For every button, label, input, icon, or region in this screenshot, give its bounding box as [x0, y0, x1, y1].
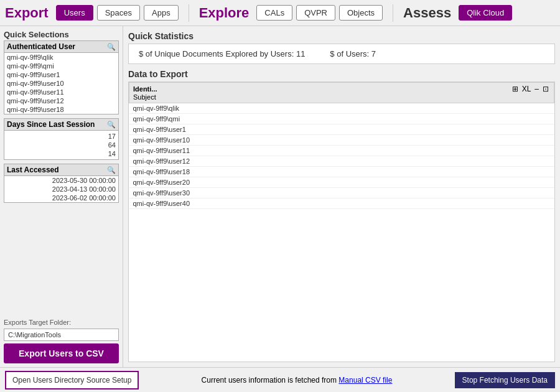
export-folder-input[interactable]: [4, 329, 119, 341]
cals-nav-btn[interactable]: CALs: [256, 5, 292, 21]
main-content: Quick Selections Authenticated User 🔍 qm…: [0, 26, 560, 367]
explore-nav: CALs QVPR Objects: [256, 5, 383, 21]
authenticated-user-listbox: Authenticated User 🔍 qmi-qv-9ff9\qlikqmi…: [4, 40, 119, 114]
table-col-identity: Identi... ⊞ XL – ⊡ Subject: [129, 83, 554, 103]
list-item[interactable]: 64: [108, 141, 116, 149]
table-row[interactable]: qmi-qv-9ff9\user1: [129, 124, 554, 135]
data-export-title: Data to Export: [128, 69, 555, 79]
list-item[interactable]: qmi-qv-9ff9\qmi: [4, 62, 118, 70]
assess-label: Assess: [403, 5, 451, 21]
objects-nav-btn[interactable]: Objects: [339, 5, 383, 21]
open-users-directory-button[interactable]: Open Users Directory Source Setup: [5, 371, 139, 390]
quick-stats-section: Quick Statistics $ of Unique Documents E…: [128, 31, 555, 64]
days-listbox: Days Since Last Session 🔍 176414: [4, 118, 119, 160]
last-accessed-label: Last Accessed: [7, 166, 59, 174]
right-panel: Quick Statistics $ of Unique Documents E…: [123, 26, 560, 367]
list-item[interactable]: 2023-04-13 00:00:00: [4, 185, 118, 194]
col-subject-label: Subject: [133, 93, 550, 101]
sep1: [189, 4, 189, 22]
col-expand-icon[interactable]: ⊡: [541, 85, 550, 93]
app-header: Export Users Spaces Apps Explore CALs QV…: [0, 0, 560, 26]
footer: Open Users Directory Source Setup Curren…: [0, 367, 560, 392]
last-accessed-search-icon[interactable]: 🔍: [107, 166, 116, 174]
list-item[interactable]: 2023-05-30 00:00:00: [4, 176, 118, 185]
apps-nav-btn[interactable]: Apps: [144, 5, 179, 21]
list-item[interactable]: 2023-06-02 00:00:00: [4, 194, 118, 202]
stat-users: $ of Users: 7: [330, 49, 376, 58]
footer-info: Current users information is fetched fro…: [202, 376, 393, 385]
listbox-header-auth-user: Authenticated User 🔍: [4, 41, 118, 53]
table-row[interactable]: qmi-qv-9ff9\user18: [129, 167, 554, 177]
assess-nav: Qlik Cloud: [459, 5, 512, 21]
days-label: Days Since Last Session: [7, 120, 95, 129]
data-table-container: Identi... ⊞ XL – ⊡ Subject: [128, 82, 555, 362]
list-item[interactable]: qmi-qv-9ff9\user18: [4, 105, 118, 114]
days-items: 176414: [4, 131, 118, 159]
last-accessed-listbox: Last Accessed 🔍 2023-05-30 00:00:002023-…: [4, 164, 119, 203]
qvpr-nav-btn[interactable]: QVPR: [296, 5, 335, 21]
list-item[interactable]: qmi-qv-9ff9\user11: [4, 88, 118, 96]
data-export-section: Data to Export Identi... ⊞ XL –: [128, 69, 555, 362]
last-accessed-list: 2023-05-30 00:00:002023-04-13 00:00:0020…: [4, 176, 118, 202]
list-item[interactable]: 17: [108, 132, 116, 141]
table-header-row: Identi... ⊞ XL – ⊡ Subject: [129, 83, 554, 103]
manual-csv-link[interactable]: Manual CSV file: [338, 376, 392, 385]
auth-user-label: Authenticated User: [7, 42, 75, 51]
stat-unique-docs: $ of Unique Documents Explored by Users:…: [139, 49, 305, 58]
exports-target-label: Exports Target Folder:: [4, 319, 119, 326]
col-minus-icon[interactable]: –: [533, 85, 540, 93]
export-nav: Users Spaces Apps: [56, 5, 179, 21]
table-row[interactable]: qmi-qv-9ff9\user12: [129, 156, 554, 167]
quick-stats-box: $ of Unique Documents Explored by Users:…: [128, 44, 555, 64]
export-csv-button[interactable]: Export Users to CSV: [4, 343, 119, 363]
table-row[interactable]: qmi-qv-9ff9\user30: [129, 188, 554, 198]
days-search-icon[interactable]: 🔍: [107, 121, 116, 129]
col-identity-label: Identi...: [133, 85, 157, 93]
list-item[interactable]: qmi-qv-9ff9\qlik: [4, 53, 118, 62]
table-row[interactable]: qmi-qv-9ff9\user10: [129, 135, 554, 146]
auth-user-list: qmi-qv-9ff9\qlikqmi-qv-9ff9\qmiqmi-qv-9f…: [4, 53, 118, 114]
last-accessed-header: Last Accessed 🔍: [4, 164, 118, 176]
export-section: Exports Target Folder: Export Users to C…: [4, 319, 119, 363]
table-row[interactable]: qmi-qv-9ff9\qlik: [129, 103, 554, 114]
sep2: [393, 4, 393, 22]
stop-fetching-button[interactable]: Stop Fetching Users Data: [455, 372, 555, 388]
left-panel: Quick Selections Authenticated User 🔍 qm…: [0, 26, 123, 367]
quick-stats-title: Quick Statistics: [128, 31, 555, 41]
export-label: Export: [5, 5, 49, 21]
data-table-body: qmi-qv-9ff9\qlikqmi-qv-9ff9\qmiqmi-qv-9f…: [129, 103, 554, 209]
quick-selections-title: Quick Selections: [4, 30, 119, 39]
col-copy-icon[interactable]: ⊞: [511, 85, 520, 93]
spaces-nav-btn[interactable]: Spaces: [97, 5, 140, 21]
list-item[interactable]: 14: [108, 149, 116, 158]
list-item[interactable]: qmi-qv-9ff9\user10: [4, 79, 118, 88]
users-nav-btn[interactable]: Users: [56, 5, 93, 21]
list-item[interactable]: qmi-qv-9ff9\user12: [4, 96, 118, 105]
table-row[interactable]: qmi-qv-9ff9\user40: [129, 198, 554, 209]
col-xl-icon[interactable]: XL: [521, 85, 533, 93]
quick-selections-section: Quick Selections Authenticated User 🔍 qm…: [4, 30, 119, 114]
explore-label: Explore: [199, 5, 250, 21]
footer-info-text: Current users information is fetched fro…: [202, 376, 339, 385]
list-item[interactable]: qmi-qv-9ff9\user1: [4, 70, 118, 79]
table-row[interactable]: qmi-qv-9ff9\qmi: [129, 114, 554, 124]
data-table: Identi... ⊞ XL – ⊡ Subject: [129, 82, 554, 209]
days-listbox-header: Days Since Last Session 🔍: [4, 119, 118, 131]
table-row[interactable]: qmi-qv-9ff9\user11: [129, 146, 554, 156]
table-row[interactable]: qmi-qv-9ff9\user20: [129, 177, 554, 188]
qlik-cloud-nav-btn[interactable]: Qlik Cloud: [459, 5, 512, 21]
auth-user-search-icon[interactable]: 🔍: [107, 43, 116, 51]
